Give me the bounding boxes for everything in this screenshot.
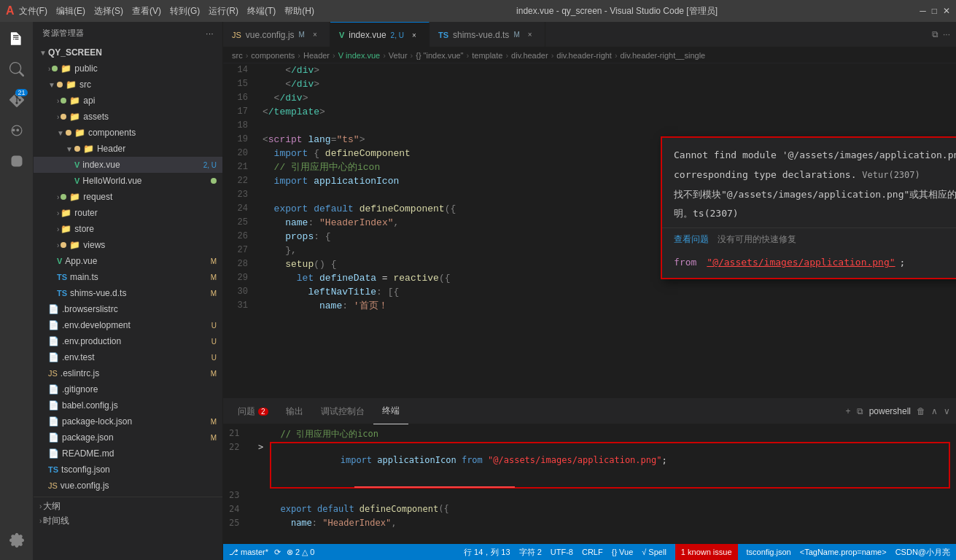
breadcrumb-divheader[interactable]: div.header (511, 51, 548, 60)
breadcrumb-components[interactable]: components (251, 51, 295, 60)
close-button[interactable]: ✕ (943, 6, 950, 16)
sidebar-item-env-dev[interactable]: 📄 .env.development U (34, 317, 222, 333)
panel-content-21[interactable]: // 引用应用中心的icon (270, 428, 950, 440)
line-content-14[interactable]: </div> (260, 63, 956, 77)
sidebar-item-appvue[interactable]: V App.vue M (34, 253, 222, 269)
line-content-15[interactable]: </div> (260, 77, 956, 91)
panel-plus-icon[interactable]: + (846, 406, 851, 416)
sidebar-item-root[interactable]: ▼ QY_SCREEN (34, 44, 222, 61)
git-branch[interactable]: ⎇ master* (229, 548, 268, 557)
menu-bar[interactable]: 文件(F) 编辑(E) 选择(S) 查看(V) 转到(G) 运行(R) 终端(T… (19, 5, 314, 18)
sidebar-item-router[interactable]: › 📁 router (34, 205, 222, 221)
panel-trash-icon[interactable]: 🗑 (917, 406, 925, 416)
settings-icon[interactable] (3, 526, 31, 554)
view-problem-link[interactable]: 查看问题 (674, 233, 709, 246)
char-count[interactable]: 字符 2 (519, 547, 542, 558)
sync-icon[interactable]: ⟳ (274, 548, 281, 557)
debug-icon[interactable] (3, 117, 31, 144)
sidebar-item-tsconfig[interactable]: TS tsconfig.json (34, 462, 222, 478)
breadcrumb-divheaderrightsingle[interactable]: div.header-right__single (621, 51, 706, 60)
sidebar-section-timeline[interactable]: › 时间线 (34, 513, 222, 529)
spell-check[interactable]: √ Spell (642, 548, 667, 556)
breadcrumb-vetur[interactable]: Vetur (389, 51, 408, 60)
breadcrumb-template[interactable]: template (472, 51, 502, 60)
restore-button[interactable]: □ (932, 6, 937, 16)
sidebar-item-views[interactable]: › 📁 views (34, 237, 222, 253)
git-icon[interactable]: 21 (3, 86, 31, 114)
tagname-label[interactable]: <TagName.prop=name> (800, 548, 887, 556)
sidebar-item-env-test[interactable]: 📄 .env.test U (34, 349, 222, 365)
tab-shims-close[interactable]: × (524, 29, 536, 41)
panel-content-25[interactable]: name: "HeaderIndex", (270, 518, 950, 528)
sidebar-item-packagelock[interactable]: 📄 package-lock.json M (34, 413, 222, 429)
line-ending[interactable]: CRLF (582, 548, 603, 556)
panel-tab-output[interactable]: 输出 (277, 399, 312, 424)
sidebar-item-api[interactable]: › 📁 api (34, 93, 222, 109)
breadcrumb-header[interactable]: Header (303, 51, 330, 60)
sidebar-item-request[interactable]: › 📁 request (34, 189, 222, 205)
line-col[interactable]: 行 14，列 13 (464, 547, 510, 558)
extensions-icon[interactable] (3, 147, 31, 175)
breadcrumb-src[interactable]: src (232, 51, 243, 60)
sidebar-item-store[interactable]: › 📁 store (34, 221, 222, 237)
menu-view[interactable]: 查看(V) (132, 5, 161, 18)
sidebar-item-env-prod[interactable]: 📄 .env.production U (34, 333, 222, 349)
sidebar-item-index-vue[interactable]: V index.vue 2, U (34, 157, 222, 173)
explorer-icon[interactable] (3, 25, 31, 52)
tsconfig-label[interactable]: tsconfig.json (747, 548, 791, 556)
sidebar-section-outline[interactable]: › 大纲 (34, 497, 222, 513)
breadcrumb-indexvue[interactable]: V index.vue (338, 51, 380, 60)
menu-help[interactable]: 帮助(H) (284, 5, 314, 18)
line-content-16[interactable]: </div> (260, 91, 956, 105)
tab-vueconfig-close[interactable]: × (309, 29, 321, 41)
sidebar-item-babel[interactable]: 📄 babel.config.js (34, 397, 222, 413)
sidebar-item-components[interactable]: ▼ 📁 components (34, 125, 222, 141)
sidebar-item-packagejson[interactable]: 📄 package.json M (34, 429, 222, 446)
breadcrumb-jsobject[interactable]: {} "index.vue" (416, 51, 463, 60)
tab-more-icon[interactable]: ··· (943, 29, 950, 39)
menu-run[interactable]: 运行(R) (209, 5, 238, 18)
sidebar-item-vueconfig[interactable]: JS vue.config.js (34, 478, 222, 494)
panel-down-icon[interactable]: ∨ (944, 406, 950, 416)
sidebar-item-gitignore[interactable]: 📄 .gitignore (34, 381, 222, 397)
menu-file[interactable]: 文件(F) (19, 5, 47, 18)
panel-split-icon[interactable]: ⧉ (857, 406, 863, 416)
line-content-31[interactable]: name: '首页！ (260, 299, 956, 313)
sidebar-item-src[interactable]: ▼ 📁 src (34, 77, 222, 93)
panel-tab-terminal[interactable]: 终端 (373, 399, 408, 424)
tab-split-icon[interactable]: ⧉ (932, 29, 938, 39)
known-issue-badge[interactable]: 1 known issue (675, 544, 738, 560)
sidebar-item-shims[interactable]: TS shims-vue.d.ts M (34, 285, 222, 301)
sidebar-item-public[interactable]: › 📁 public (34, 61, 222, 77)
sidebar-item-browserslistrc[interactable]: 📄 .browserslistrc (34, 301, 222, 317)
panel-up-icon[interactable]: ∧ (931, 406, 938, 416)
sidebar-item-assets[interactable]: › 📁 assets (34, 109, 222, 125)
line-content-17[interactable]: </template> (260, 105, 956, 119)
panel-content-22[interactable]: import applicationIcon from "@/assets/im… (270, 442, 950, 489)
window-controls[interactable]: ─ □ ✕ (920, 6, 950, 16)
encoding[interactable]: UTF-8 (551, 548, 573, 556)
menu-goto[interactable]: 转到(G) (170, 5, 200, 18)
panel-tab-problems[interactable]: 问题 2 (229, 399, 277, 424)
sidebar-item-header-folder[interactable]: ▼ 📁 Header (34, 141, 222, 157)
tab-vueconfig[interactable]: JS vue.config.js M × (223, 22, 330, 47)
sidebar-more-icon[interactable]: ··· (206, 29, 214, 38)
menu-terminal[interactable]: 终端(T) (247, 5, 276, 18)
panel-tab-debug[interactable]: 调试控制台 (312, 399, 373, 424)
sidebar-item-readme[interactable]: 📄 README.md (34, 446, 222, 462)
tab-indexvue[interactable]: V index.vue 2, U × (330, 22, 430, 47)
menu-edit[interactable]: 编辑(E) (56, 5, 85, 18)
menu-select[interactable]: 选择(S) (94, 5, 123, 18)
tab-shims[interactable]: TS shims-vue.d.ts M × (430, 22, 545, 47)
panel-content-24[interactable]: export default defineComponent({ (270, 504, 950, 514)
minimize-button[interactable]: ─ (920, 6, 926, 16)
errors-count[interactable]: ⊗ 2 △ 0 (287, 548, 314, 557)
sidebar-item-helloworld[interactable]: V HelloWorld.vue (34, 173, 222, 189)
language-mode[interactable]: {} Vue (612, 548, 634, 556)
tab-indexvue-close[interactable]: × (408, 29, 420, 41)
line-content-30[interactable]: leftNavTitle: [{ (260, 285, 956, 299)
sidebar-item-maints[interactable]: TS main.ts M (34, 269, 222, 285)
sidebar-item-eslintrc[interactable]: JS .eslintrc.js M (34, 365, 222, 381)
search-icon[interactable] (3, 55, 31, 83)
breadcrumb-divheaderright[interactable]: div.header-right (556, 51, 612, 60)
